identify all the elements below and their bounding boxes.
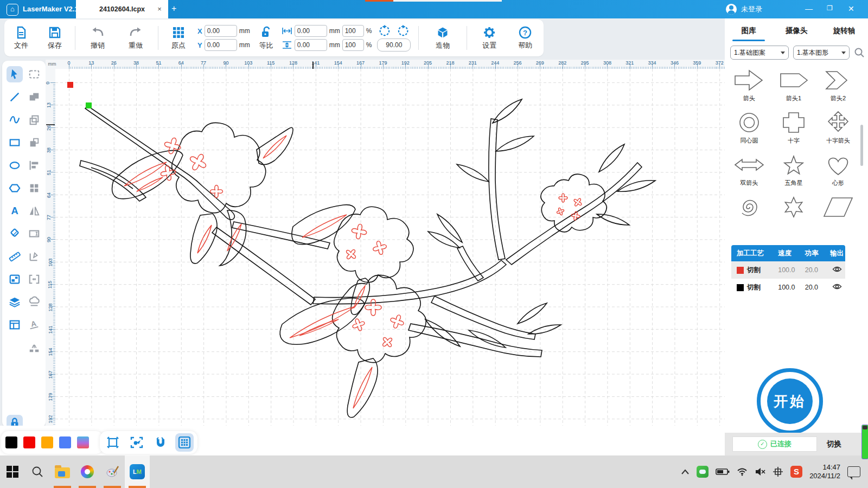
tool-stamp[interactable]: [26, 294, 42, 310]
gallery-shape-star5[interactable]: 五角星: [771, 150, 816, 192]
window-minimize-button[interactable]: —: [805, 4, 813, 13]
tool-text[interactable]: A: [7, 203, 23, 219]
tool-ellipse[interactable]: [7, 157, 23, 174]
home-icon[interactable]: ⌂: [7, 4, 18, 16]
tool-subtract[interactable]: [26, 134, 42, 151]
wifi-icon[interactable]: [737, 467, 748, 476]
fit-frame-button[interactable]: [104, 433, 122, 452]
tool-line[interactable]: [7, 89, 23, 105]
rotation-angle-input[interactable]: [377, 38, 411, 52]
width-percent-input[interactable]: [342, 25, 364, 37]
battery-icon[interactable]: [716, 468, 730, 476]
x-position-input[interactable]: [205, 25, 237, 37]
tool-curve[interactable]: [7, 112, 23, 128]
tab-gallery[interactable]: 图库: [725, 23, 773, 39]
window-restore-button[interactable]: ❐: [827, 4, 833, 12]
color-swatch-4[interactable]: [77, 436, 89, 448]
switch-device-button[interactable]: 切换: [827, 439, 841, 449]
rotate-ccw-icon[interactable]: [379, 25, 391, 37]
gallery-shape-star6[interactable]: [771, 192, 816, 234]
undo-button[interactable]: 撤销: [79, 26, 117, 50]
tool-image[interactable]: [7, 271, 23, 287]
tool-table[interactable]: [7, 317, 23, 333]
process-row-0[interactable]: 切割100.020.0: [731, 261, 845, 279]
tool-crop[interactable]: [26, 226, 42, 242]
lasermaker-app-button[interactable]: LM: [125, 455, 150, 488]
tool-eraser[interactable]: [7, 226, 23, 242]
gallery-shape-arrow-right[interactable]: 箭头: [727, 65, 771, 107]
start-menu-button[interactable]: [0, 455, 25, 488]
search-icon[interactable]: [854, 47, 865, 58]
gallery-shape-heart[interactable]: 心形: [816, 150, 860, 192]
gallery-shape-arrow-pentagon[interactable]: 箭头1: [771, 65, 816, 107]
tool-layers[interactable]: [7, 294, 23, 310]
gallery-shape-cross-arrow[interactable]: 十字箭头: [816, 107, 860, 150]
gallery-shape-concentric-circles[interactable]: 同心圆: [727, 107, 771, 150]
tool-polygon[interactable]: [7, 180, 23, 196]
grid-toggle-button[interactable]: [175, 433, 194, 452]
window-close-button[interactable]: ✕: [848, 4, 854, 13]
height-percent-input[interactable]: [342, 39, 364, 51]
tool-split[interactable]: [26, 339, 42, 356]
tool-select[interactable]: [7, 66, 23, 82]
tool-marquee[interactable]: [26, 66, 42, 82]
tray-app-icon[interactable]: [697, 466, 709, 478]
eye-icon[interactable]: [832, 283, 842, 290]
design-canvas[interactable]: [55, 69, 725, 426]
sogou-input-icon[interactable]: S: [790, 466, 802, 478]
gallery-scrollbar[interactable]: [860, 125, 863, 166]
gallery-shape-cross[interactable]: 十字: [771, 107, 816, 150]
width-input[interactable]: [295, 25, 327, 37]
tool-clone[interactable]: [26, 112, 42, 128]
file-explorer-button[interactable]: [50, 455, 75, 488]
color-swatch-0[interactable]: [5, 436, 17, 448]
origin-button[interactable]: 原点: [162, 26, 195, 50]
tool-expand[interactable]: [26, 271, 42, 287]
y-position-input[interactable]: [205, 39, 237, 51]
color-swatch-3[interactable]: [59, 436, 71, 448]
tray-expand-icon[interactable]: [681, 469, 690, 474]
process-row-1[interactable]: 切割100.020.0: [731, 279, 845, 296]
tool-protractor[interactable]: [26, 248, 42, 265]
browser-button[interactable]: [75, 455, 100, 488]
tab-close-icon[interactable]: ×: [155, 5, 164, 13]
eye-icon[interactable]: [832, 266, 842, 273]
save-button[interactable]: 保存: [38, 26, 72, 50]
start-button[interactable]: 开始: [757, 368, 823, 434]
tool-weld[interactable]: [26, 89, 42, 105]
tab-rotary-axis[interactable]: 旋转轴: [820, 23, 868, 39]
color-swatch-1[interactable]: [23, 436, 35, 448]
create-button[interactable]: 造物: [422, 26, 463, 50]
tool-text-path[interactable]: A: [26, 317, 42, 333]
notification-center-icon[interactable]: [847, 466, 860, 477]
paint-app-button[interactable]: [100, 455, 125, 488]
redo-button[interactable]: 重做: [117, 26, 155, 50]
ime-icon[interactable]: [773, 466, 783, 477]
volume-muted-icon[interactable]: [755, 467, 765, 476]
color-swatch-2[interactable]: [41, 436, 53, 448]
snap-magnet-button[interactable]: [151, 433, 170, 452]
tool-ruler[interactable]: [7, 248, 23, 265]
gallery-shape-double-arrow[interactable]: 双箭头: [727, 150, 771, 192]
settings-button[interactable]: 设置: [470, 26, 508, 50]
gallery-shape-parallelogram[interactable]: [816, 192, 860, 234]
tab-camera[interactable]: 摄像头: [773, 23, 820, 39]
tool-align[interactable]: [26, 157, 42, 174]
file-button[interactable]: 文件: [4, 26, 38, 50]
subcategory-dropdown[interactable]: 1.基本图形: [793, 46, 850, 60]
document-tab[interactable]: 24102604.lcpx: [76, 0, 168, 18]
aspect-lock-button[interactable]: 等比: [252, 26, 280, 50]
taskbar-clock[interactable]: 14:47 2024/11/2: [809, 463, 840, 480]
process-output-toggle[interactable]: [829, 283, 845, 292]
gallery-shape-spiral[interactable]: [727, 192, 771, 234]
category-dropdown[interactable]: 1.基础图案: [730, 46, 789, 60]
tool-mirror[interactable]: [26, 203, 42, 219]
tool-rectangle[interactable]: [7, 134, 23, 151]
user-account[interactable]: 未登录: [726, 4, 762, 15]
process-output-toggle[interactable]: [829, 266, 845, 274]
taskbar-search-button[interactable]: [25, 455, 50, 488]
new-tab-button[interactable]: +: [171, 4, 176, 14]
rotate-cw-icon[interactable]: [397, 25, 409, 37]
tool-tiles[interactable]: [26, 180, 42, 196]
preview-scan-button[interactable]: [127, 433, 146, 452]
